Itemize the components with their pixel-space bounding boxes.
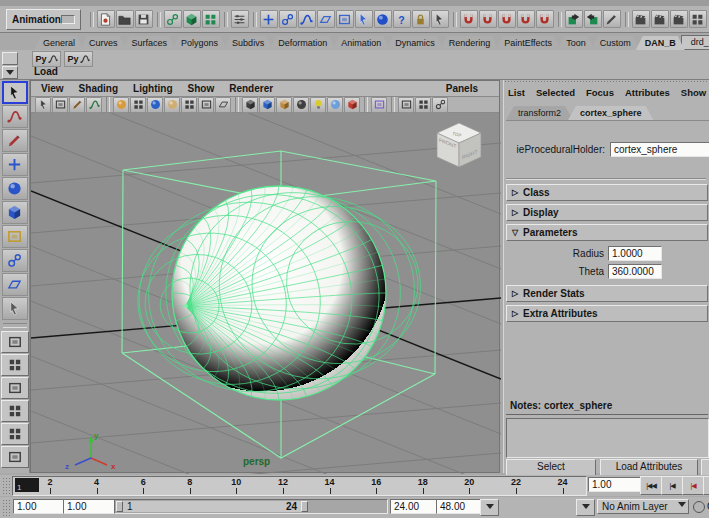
shelf-tab-dan-b[interactable]: DAN_B: [636, 36, 685, 50]
shelf-tab-rendering[interactable]: Rendering: [440, 36, 500, 50]
paint-select-tool[interactable]: [2, 129, 28, 152]
soft-mod-tool[interactable]: [2, 249, 28, 272]
procedural-holder-field[interactable]: cortex_sphere: [610, 142, 709, 157]
ae-tab-transform2[interactable]: transform2: [506, 106, 573, 120]
anim-layer-dropdown[interactable]: No Anim Layer: [597, 499, 689, 514]
shelf-tab-subdivs[interactable]: Subdivs: [223, 36, 273, 50]
shadows-toggle-icon[interactable]: [327, 97, 343, 113]
menu-shading[interactable]: Shading: [79, 83, 118, 94]
shelf-tab-drd-hf2-riggingtoo[interactable]: drd_HF2_RiggingToo: [681, 35, 709, 50]
default-material-icon[interactable]: [259, 97, 275, 113]
character-set-menu-button[interactable]: [480, 499, 499, 516]
layout-persp-graph[interactable]: [1, 400, 29, 422]
snap-to-view-icon[interactable]: [536, 10, 554, 28]
wire-on-shaded-icon[interactable]: [242, 97, 258, 113]
shelf-tab-painteffects[interactable]: PaintEffects: [495, 36, 561, 50]
film-gate-icon[interactable]: [398, 97, 414, 113]
fog-toggle-icon[interactable]: [344, 97, 360, 113]
output-connections-icon[interactable]: [584, 10, 602, 28]
new-scene-icon[interactable]: [97, 10, 115, 28]
partial-button[interactable]: [701, 459, 709, 476]
curve-tool-icon[interactable]: [298, 10, 316, 28]
playback-end-field[interactable]: 24.00: [390, 499, 440, 514]
param-field-radius[interactable]: 1.0000: [608, 246, 662, 261]
shelf-item-button[interactable]: [2, 52, 18, 65]
section-header-render-stats[interactable]: ▷Render Stats: [506, 285, 708, 302]
shading-smooth-icon[interactable]: [113, 97, 129, 113]
lasso-tool[interactable]: [2, 105, 28, 128]
shelf-tab-custom[interactable]: Custom: [591, 36, 640, 50]
joint-xray-icon[interactable]: [432, 97, 448, 113]
load-attributes-button[interactable]: Load Attributes: [600, 459, 698, 476]
snap-to-grid-icon[interactable]: [460, 10, 478, 28]
wireframe-mode-icon[interactable]: [181, 97, 197, 113]
lock-selection-icon[interactable]: [412, 10, 430, 28]
menu-set-dropdown[interactable]: Animation: [6, 9, 81, 30]
current-time-field[interactable]: 1.00: [588, 477, 642, 492]
layout-single-pane[interactable]: [1, 331, 29, 353]
ae-menu-attributes[interactable]: Attributes: [625, 87, 670, 98]
range-slider-range[interactable]: 1 24: [116, 501, 308, 512]
show-manipulator-tool[interactable]: [2, 273, 28, 296]
auto-key-menu-button[interactable]: [576, 499, 595, 516]
resolution-gate-icon[interactable]: [371, 97, 387, 113]
shelf-tab-surfaces[interactable]: Surfaces: [123, 36, 177, 50]
section-header-extra-attributes[interactable]: ▷Extra Attributes: [506, 305, 708, 322]
menu-show[interactable]: Show: [188, 83, 215, 94]
section-header-display[interactable]: ▷Display: [506, 204, 708, 221]
playback-start-field[interactable]: 1.00: [63, 499, 115, 514]
highlight-selection-icon[interactable]: [231, 10, 249, 28]
ae-menu-selected[interactable]: Selected: [536, 87, 575, 98]
range-end-handle[interactable]: [301, 501, 308, 512]
shelf-menu-button[interactable]: [2, 66, 18, 79]
param-field-theta[interactable]: 360.0000: [608, 264, 662, 279]
textured-cube-icon[interactable]: [276, 97, 292, 113]
section-header-parameters[interactable]: ▽Parameters: [506, 224, 708, 241]
sphere-primitive-icon[interactable]: [374, 10, 392, 28]
universal-manipulator-tool[interactable]: [2, 225, 28, 248]
time-slider-drag-handle[interactable]: [2, 477, 10, 494]
ae-menu-list[interactable]: List: [508, 87, 525, 98]
section-header-class[interactable]: ▷Class: [506, 184, 708, 201]
shading-points-icon[interactable]: [147, 97, 163, 113]
menu-lighting[interactable]: Lighting: [133, 83, 172, 94]
select-object-icon[interactable]: [183, 10, 201, 28]
snap-to-point-icon[interactable]: [498, 10, 516, 28]
render-current-frame-icon[interactable]: [632, 10, 650, 28]
step-back-key-button[interactable]: |◀: [682, 476, 704, 495]
textured-mode-icon[interactable]: [215, 97, 231, 113]
input-connections-icon[interactable]: [565, 10, 583, 28]
camera-attributes-icon[interactable]: [52, 97, 68, 113]
construction-history-icon[interactable]: [603, 10, 621, 28]
shading-flat-icon[interactable]: [130, 97, 146, 113]
ae-menu-show[interactable]: Show: [681, 87, 706, 98]
select-tool[interactable]: [2, 81, 28, 104]
shelf-tab-deformation[interactable]: Deformation: [269, 36, 336, 50]
help-icon[interactable]: [393, 10, 411, 28]
last-tool[interactable]: [2, 297, 28, 320]
animation-start-field[interactable]: 1.00: [13, 499, 65, 514]
use-all-lights-icon[interactable]: [293, 97, 309, 113]
shelf-tab-animation[interactable]: Animation: [332, 36, 390, 50]
open-scene-icon[interactable]: [116, 10, 134, 28]
menu-renderer[interactable]: Renderer: [229, 83, 273, 94]
time-slider-ruler[interactable]: 1 24681012141618202224: [12, 476, 587, 496]
ae-menu-focus[interactable]: Focus: [586, 87, 614, 98]
character-set-button[interactable]: Cha: [693, 499, 709, 514]
view-cube[interactable]: TOP FRONT RIGHT: [437, 123, 481, 167]
shelf-load-label[interactable]: Load: [34, 66, 58, 77]
shading-bbox-icon[interactable]: [164, 97, 180, 113]
duplicate-tool-icon[interactable]: [336, 10, 354, 28]
animation-end-field[interactable]: 48.00: [436, 499, 484, 514]
scale-tool[interactable]: [2, 201, 28, 224]
ipr-render-icon[interactable]: [651, 10, 669, 28]
shelf-tab-curves[interactable]: Curves: [80, 36, 127, 50]
grease-pencil-icon[interactable]: [86, 97, 102, 113]
play-backwards-button[interactable]: ◀: [703, 476, 709, 495]
shelf-tab-polygons[interactable]: Polygons: [172, 36, 227, 50]
menu-panels[interactable]: Panels: [446, 83, 478, 94]
plus-tool-icon[interactable]: [260, 10, 278, 28]
shelf-python-script-1[interactable]: Py: [32, 51, 61, 67]
gate-mask-icon[interactable]: [415, 97, 431, 113]
layout-four-pane[interactable]: [1, 354, 29, 376]
